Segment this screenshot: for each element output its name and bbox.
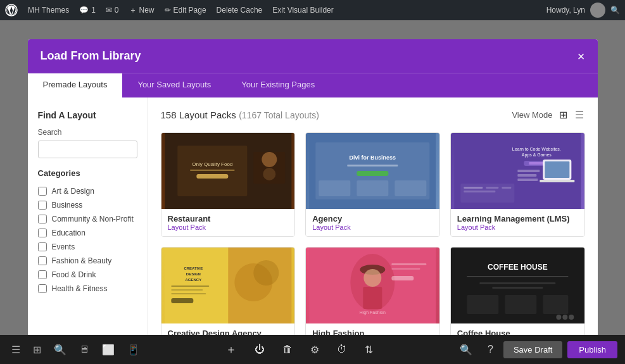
layout-type-agency: Layout Pack <box>312 223 433 231</box>
list-view-button[interactable]: ☰ <box>574 108 585 122</box>
layout-card-design-agency[interactable]: CREATIVE DESIGN AGENCY Creative Design A… <box>161 247 296 349</box>
more-options-icon[interactable]: ⇅ <box>360 341 378 358</box>
category-fashion-beauty[interactable]: Fashion & Beauty <box>38 254 137 268</box>
mobile-icon[interactable]: 📱 <box>123 341 144 358</box>
site-name-item[interactable]: MH Themes <box>28 6 69 15</box>
category-education-checkbox[interactable] <box>38 229 47 237</box>
layout-info-restaurant: Restaurant Layout Pack <box>161 209 295 236</box>
layout-card-lms[interactable]: Learn to Code Websites, Apps & Games <box>450 132 585 237</box>
search-input[interactable] <box>38 141 137 158</box>
svg-point-9 <box>263 168 275 180</box>
delete-cache-label: Delete Cache <box>217 6 263 15</box>
admin-bar-right: Howdy, Lyn 🔍 <box>546 3 620 18</box>
category-fashion-checkbox[interactable] <box>38 256 47 265</box>
modal-title: Load From Library <box>41 49 141 63</box>
svg-rect-27 <box>517 174 536 177</box>
category-events-checkbox[interactable] <box>38 242 47 251</box>
svg-rect-32 <box>486 187 498 189</box>
category-community-nonprofit[interactable]: Community & Non-Profit <box>38 212 137 226</box>
desktop-icon[interactable]: 🖥 <box>75 341 93 358</box>
delete-cache-item[interactable]: Delete Cache <box>217 6 263 15</box>
svg-point-8 <box>262 152 277 167</box>
edit-page-item[interactable]: ✏ Edit Page <box>165 6 206 15</box>
svg-text:COFFEE HOUSE: COFFEE HOUSE <box>488 263 548 272</box>
category-business-checkbox[interactable] <box>38 201 47 210</box>
layout-type-lms: Layout Pack <box>457 223 578 231</box>
category-art-design-label: Art & Design <box>52 187 94 196</box>
add-module-button[interactable]: ＋ <box>220 339 242 360</box>
tablet-icon[interactable]: ⬜ <box>98 341 118 358</box>
history-icon[interactable]: ⏱ <box>332 341 352 358</box>
svg-rect-43 <box>171 293 206 294</box>
trash-icon[interactable]: 🗑 <box>277 341 298 358</box>
zoom-icon[interactable]: 🔍 <box>455 341 477 358</box>
svg-rect-5 <box>190 170 234 171</box>
wp-logo-item[interactable] <box>5 4 18 16</box>
new-label: New <box>139 6 155 15</box>
grid-icon[interactable]: ⊞ <box>29 341 45 358</box>
svg-rect-17 <box>395 180 426 196</box>
tab-saved-layouts[interactable]: Your Saved Layouts <box>122 73 226 97</box>
categories-title: Categories <box>38 168 137 178</box>
category-events[interactable]: Events <box>38 240 137 254</box>
help-icon[interactable]: ? <box>483 341 498 358</box>
exit-builder-item[interactable]: Exit Visual Builder <box>272 6 334 15</box>
search-label: Search <box>38 128 137 137</box>
category-business-label: Business <box>52 201 83 210</box>
save-draft-button[interactable]: Save Draft <box>503 341 562 358</box>
svg-point-48 <box>363 269 381 287</box>
modal-tabs: Premade Layouts Your Saved Layouts Your … <box>28 73 598 97</box>
category-food-drink[interactable]: Food & Drink <box>38 268 137 282</box>
svg-point-62 <box>556 315 561 320</box>
edit-page-label: Edit Page <box>174 6 206 15</box>
category-health-checkbox[interactable] <box>38 284 47 293</box>
message-icon: ✉ <box>106 6 112 15</box>
category-health-fitness[interactable]: Health & Fitness <box>38 282 137 296</box>
category-education[interactable]: Education <box>38 226 137 240</box>
plus-icon: ＋ <box>129 5 137 16</box>
layout-count-area: 158 Layout Packs (1167 Total Layouts) <box>161 110 319 121</box>
category-business[interactable]: Business <box>38 198 137 212</box>
publish-button[interactable]: Publish <box>567 341 617 358</box>
layout-preview-coffee: COFFEE HOUSE <box>451 248 584 323</box>
layout-card-restaurant[interactable]: Only Quality Food Restaurant Layout Pack <box>161 132 296 237</box>
modal-close-button[interactable]: × <box>578 50 585 63</box>
svg-rect-3 <box>177 146 247 196</box>
svg-point-63 <box>562 315 567 320</box>
category-education-label: Education <box>52 229 85 237</box>
svg-rect-49 <box>363 287 382 309</box>
svg-rect-60 <box>505 295 536 314</box>
category-art-design-checkbox[interactable] <box>38 187 47 196</box>
search-toolbar-icon[interactable]: 🔍 <box>50 341 70 358</box>
new-item[interactable]: ＋ New <box>129 5 155 16</box>
layout-card-fashion[interactable]: High Fashion High Fashion Layout Pack <box>305 247 440 349</box>
main-content: 158 Layout Packs (1167 Total Layouts) Vi… <box>148 97 598 349</box>
svg-rect-33 <box>502 187 511 189</box>
grid-view-button[interactable]: ⊞ <box>558 108 569 122</box>
layout-card-agency[interactable]: Divi for Business Agency Layout Pack <box>305 132 440 237</box>
hamburger-icon[interactable]: ☰ <box>8 341 24 358</box>
svg-rect-53 <box>391 276 414 280</box>
svg-text:High Fashion: High Fashion <box>360 310 386 315</box>
svg-rect-57 <box>479 282 555 284</box>
power-icon[interactable]: ⏻ <box>249 341 270 358</box>
category-art-design[interactable]: Art & Design <box>38 184 137 198</box>
svg-rect-16 <box>357 180 388 196</box>
layout-preview-fashion: High Fashion <box>306 248 439 323</box>
search-icon[interactable]: 🔍 <box>610 6 620 15</box>
tab-premade-layouts[interactable]: Premade Layouts <box>28 73 123 97</box>
messages-item[interactable]: ✉ 0 <box>106 6 119 15</box>
tab-existing-pages[interactable]: Your Existing Pages <box>226 73 330 97</box>
layout-card-coffee[interactable]: COFFEE HOUSE <box>450 247 585 349</box>
svg-text:Apps & Games: Apps & Games <box>522 153 552 158</box>
modal-overlay: Load From Library × Premade Layouts Your… <box>0 20 625 335</box>
svg-rect-22 <box>529 162 544 165</box>
comments-item[interactable]: 💬 1 <box>79 6 96 15</box>
category-fashion-label: Fashion & Beauty <box>52 256 112 265</box>
category-food-checkbox[interactable] <box>38 270 47 279</box>
layout-preview-restaurant: Only Quality Food <box>161 133 295 209</box>
modal-dialog: Load From Library × Premade Layouts Your… <box>28 39 598 349</box>
settings-icon[interactable]: ⚙ <box>305 341 324 358</box>
layout-name-lms: Learning Management (LMS) <box>457 214 578 223</box>
category-community-checkbox[interactable] <box>38 215 47 223</box>
